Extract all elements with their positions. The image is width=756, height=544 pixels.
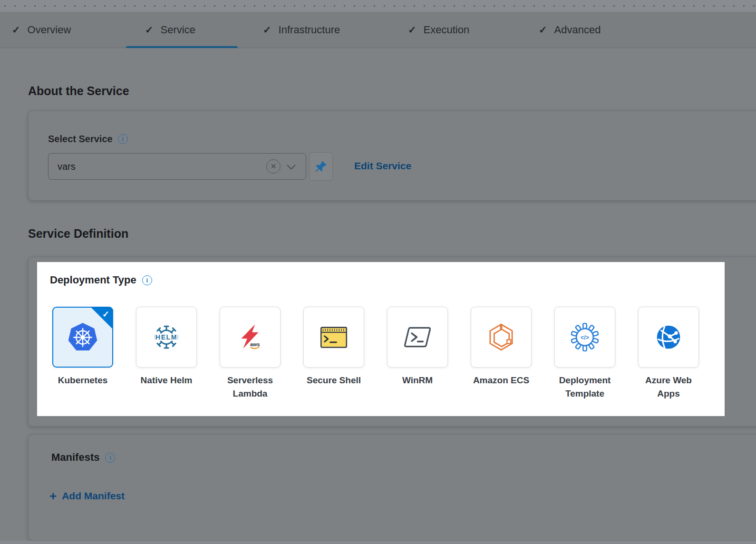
plus-icon: +: [49, 491, 57, 501]
ecs-hexagon-icon: [487, 323, 515, 351]
tile-label: Amazon ECS: [473, 374, 529, 387]
gear-code-icon: </>: [571, 323, 599, 351]
manifests-card: [28, 434, 756, 541]
powershell-icon: [403, 325, 432, 349]
tile-label: Deployment Template: [552, 374, 617, 400]
active-tab-underline: [126, 46, 238, 48]
deployment-type-spotlight: Deployment Type i: [37, 262, 725, 416]
svg-text:</>: </>: [581, 334, 589, 341]
kubernetes-tile[interactable]: ✓: [52, 307, 113, 368]
deployment-type-tiles: ✓ Kubernetes: [41, 307, 710, 400]
amazon-ecs-tile[interactable]: [471, 307, 532, 368]
tab-label: Infrastructure: [279, 24, 340, 36]
manifests-heading: Manifests i: [51, 451, 115, 464]
tab-infrastructure[interactable]: ✓ Infrastructure: [263, 12, 340, 48]
deployment-template-tile[interactable]: </>: [554, 307, 615, 368]
deployment-type-deployment-template: </> Deployment Template: [543, 307, 627, 400]
tab-service[interactable]: ✓ Service: [145, 12, 195, 48]
check-icon: ✓: [12, 24, 20, 36]
deployment-type-header: Deployment Type i: [50, 274, 152, 286]
svg-text:HELM: HELM: [155, 333, 177, 341]
deployment-type-azure-web-apps: Azure Web Apps: [627, 307, 710, 400]
add-manifest-label: Add Manifest: [62, 490, 125, 502]
select-service-label: Select Service i: [48, 134, 128, 145]
chevron-down-icon[interactable]: [287, 161, 295, 169]
deployment-type-kubernetes: ✓ Kubernetes: [41, 307, 125, 400]
deployment-type-serverless-lambda: aws Serverless Lambda: [208, 307, 292, 400]
tab-advanced[interactable]: ✓ Advanced: [539, 12, 601, 48]
pin-icon: [314, 160, 328, 173]
svg-text:aws: aws: [250, 341, 260, 347]
native-helm-tile[interactable]: HELM: [136, 307, 197, 368]
tile-label: Serverless Lambda: [218, 374, 282, 400]
winrm-tile[interactable]: [387, 307, 448, 368]
secure-shell-tile[interactable]: [303, 307, 364, 368]
terminal-icon: [320, 325, 348, 350]
tab-label: Service: [161, 24, 195, 36]
deployment-type-amazon-ecs: Amazon ECS: [459, 307, 543, 400]
pin-service-button[interactable]: [309, 152, 333, 181]
service-definition-heading: Service Definition: [28, 227, 128, 241]
service-select-value: vars: [58, 161, 266, 172]
deployment-type-native-helm: HELM Native Helm: [125, 307, 208, 400]
tab-label: Execution: [424, 24, 470, 36]
tab-label: Overview: [28, 24, 71, 36]
bottom-strip: [0, 541, 756, 544]
azure-globe-icon: [655, 323, 682, 351]
info-icon[interactable]: i: [118, 134, 128, 144]
deployment-type-label: Deployment Type: [50, 274, 136, 286]
check-icon: ✓: [408, 24, 417, 36]
tab-label: Advanced: [554, 24, 601, 36]
edit-service-link[interactable]: Edit Service: [354, 160, 411, 172]
serverless-aws-icon: aws: [236, 323, 264, 351]
manifests-heading-text: Manifests: [51, 451, 99, 464]
info-icon[interactable]: i: [142, 275, 152, 285]
helm-icon: HELM: [153, 323, 180, 351]
pipeline-canvas-strip: [0, 0, 756, 12]
check-icon: ✓: [145, 24, 154, 36]
deployment-type-secure-shell: Secure Shell: [292, 307, 376, 400]
service-select-input[interactable]: vars ✕: [48, 153, 306, 180]
check-icon: ✓: [263, 24, 271, 36]
select-service-label-text: Select Service: [48, 134, 113, 145]
about-service-heading: About the Service: [28, 84, 129, 98]
serverless-lambda-tile[interactable]: aws: [220, 307, 281, 368]
tile-label: Secure Shell: [307, 374, 361, 387]
stage-tab-bar: ✓ Overview ✓ Service ✓ Infrastructure ✓ …: [0, 12, 756, 48]
tile-label: Native Helm: [141, 374, 193, 387]
add-manifest-button[interactable]: + Add Manifest: [49, 490, 125, 502]
tile-label: WinRM: [402, 374, 433, 387]
info-icon[interactable]: i: [105, 453, 115, 463]
tab-overview[interactable]: ✓ Overview: [12, 12, 71, 48]
azure-web-apps-tile[interactable]: [638, 307, 699, 368]
tile-label: Azure Web Apps: [636, 374, 701, 400]
tile-label: Kubernetes: [58, 374, 108, 387]
tab-execution[interactable]: ✓ Execution: [408, 12, 469, 48]
check-icon: ✓: [539, 24, 547, 36]
deployment-type-winrm: WinRM: [376, 307, 459, 400]
clear-icon[interactable]: ✕: [266, 159, 281, 174]
selected-check-icon: ✓: [102, 309, 109, 320]
